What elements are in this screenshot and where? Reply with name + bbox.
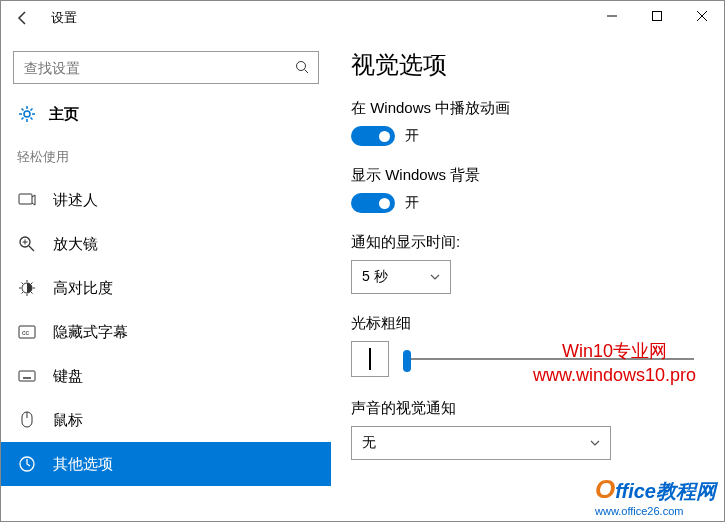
app-title: 设置 [51,9,77,27]
svg-line-7 [29,246,34,251]
footer-url: www.office26.com [595,505,716,517]
home-link[interactable]: 主页 [1,96,331,134]
captions-icon: cc [17,322,37,342]
svg-text:cc: cc [22,329,30,336]
svg-rect-1 [652,12,661,21]
search-box[interactable] [13,51,319,84]
sound-visual-label: 声音的视觉通知 [351,399,704,418]
sidebar-item-label: 鼠标 [53,411,83,430]
sidebar: 主页 轻松使用 讲述人 放大镜 高对比度 cc [1,35,331,521]
search-icon [286,60,318,75]
svg-point-2 [296,62,305,71]
animations-label: 在 Windows 中播放动画 [351,99,704,118]
gear-icon [17,104,37,124]
animations-state: 开 [405,127,419,145]
notify-duration-dropdown[interactable]: 5 秒 [351,260,451,294]
svg-rect-13 [19,371,35,381]
magnifier-icon [17,234,37,254]
close-icon [697,11,707,21]
background-toggle[interactable] [351,193,395,213]
sidebar-item-label: 其他选项 [53,455,113,474]
maximize-button[interactable] [634,1,679,31]
keyboard-icon [17,366,37,386]
mouse-icon [17,410,37,430]
sidebar-item-contrast[interactable]: 高对比度 [1,266,331,310]
arrow-left-icon [14,9,32,27]
main-panel: 视觉选项 在 Windows 中播放动画 开 显示 Windows 背景 开 通… [331,35,724,521]
narrator-icon [17,190,37,210]
section-heading: 轻松使用 [1,134,331,178]
cursor-width-slider[interactable] [403,358,694,360]
search-input[interactable] [14,60,286,76]
svg-point-4 [24,111,30,117]
background-label: 显示 Windows 背景 [351,166,704,185]
minimize-button[interactable] [589,1,634,31]
footer-logo-o: O [595,474,615,504]
home-label: 主页 [49,105,79,124]
footer-brand: Office教程网 www.office26.com [595,474,716,517]
sidebar-item-label: 键盘 [53,367,83,386]
cursor-width-label: 光标粗细 [351,314,704,333]
back-button[interactable] [9,4,37,32]
sound-visual-dropdown[interactable]: 无 [351,426,611,460]
background-state: 开 [405,194,419,212]
footer-logo-text: ffice教程网 [615,480,716,502]
sidebar-item-label: 高对比度 [53,279,113,298]
chevron-down-icon [430,274,440,280]
sidebar-item-captions[interactable]: cc 隐藏式字幕 [1,310,331,354]
sidebar-item-keyboard[interactable]: 键盘 [1,354,331,398]
sound-visual-value: 无 [362,434,376,452]
svg-line-3 [304,70,308,74]
sidebar-item-mouse[interactable]: 鼠标 [1,398,331,442]
sidebar-item-other[interactable]: 其他选项 [1,442,331,486]
chevron-down-icon [590,440,600,446]
notify-duration-label: 通知的显示时间: [351,233,704,252]
notify-duration-value: 5 秒 [362,268,388,286]
minimize-icon [607,11,617,21]
maximize-icon [652,11,662,21]
cursor-preview [351,341,389,377]
sidebar-item-label: 放大镜 [53,235,98,254]
other-options-icon [17,454,37,474]
slider-thumb[interactable] [403,350,411,372]
contrast-icon [17,278,37,298]
sidebar-item-narrator[interactable]: 讲述人 [1,178,331,222]
animations-toggle[interactable] [351,126,395,146]
close-button[interactable] [679,1,724,31]
page-title: 视觉选项 [351,49,704,81]
sidebar-item-label: 讲述人 [53,191,98,210]
sidebar-item-magnifier[interactable]: 放大镜 [1,222,331,266]
sidebar-item-label: 隐藏式字幕 [53,323,128,342]
svg-rect-5 [19,194,32,204]
